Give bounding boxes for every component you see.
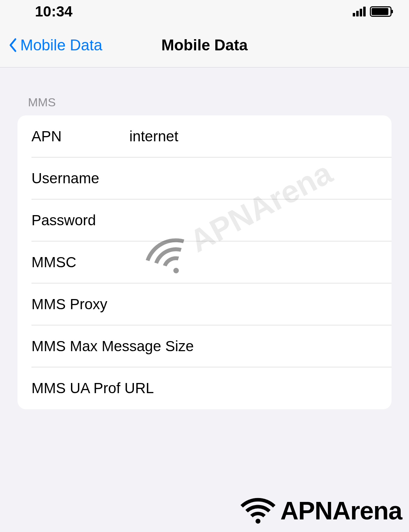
navigation-bar: Mobile Data Mobile Data [0, 23, 409, 68]
label-password: Password [31, 212, 129, 229]
settings-group-mms: APN internet Username Password MMSC MMS … [17, 115, 392, 409]
footer-brand-text: APNArena [280, 496, 402, 525]
row-apn[interactable]: APN internet [17, 115, 392, 157]
content-area: MMS APN internet Username Password MMSC … [0, 68, 409, 409]
row-password[interactable]: Password [17, 199, 392, 241]
section-header-mms: MMS [17, 95, 392, 109]
footer-brand: APNArena [241, 496, 402, 525]
battery-icon [370, 6, 392, 17]
chevron-left-icon [8, 38, 17, 52]
row-username[interactable]: Username [17, 157, 392, 199]
status-time: 10:34 [35, 3, 72, 20]
back-button[interactable]: Mobile Data [8, 36, 102, 54]
back-label: Mobile Data [20, 36, 102, 54]
row-mmsc[interactable]: MMSC [17, 241, 392, 283]
row-mms-max-message-size[interactable]: MMS Max Message Size [17, 325, 392, 367]
status-icons [353, 6, 392, 17]
label-mms-ua-prof-url: MMS UA Prof URL [31, 380, 154, 397]
label-username: Username [31, 170, 129, 187]
value-apn[interactable]: internet [129, 128, 378, 145]
label-mmsc: MMSC [31, 254, 129, 271]
label-mms-max-message-size: MMS Max Message Size [31, 338, 194, 355]
row-mms-ua-prof-url[interactable]: MMS UA Prof URL [17, 367, 392, 409]
label-mms-proxy: MMS Proxy [31, 296, 107, 313]
wifi-icon [241, 497, 275, 525]
label-apn: APN [31, 128, 129, 145]
status-bar: 10:34 [0, 0, 409, 23]
cellular-signal-icon [353, 7, 366, 16]
row-mms-proxy[interactable]: MMS Proxy [17, 283, 392, 325]
svg-point-0 [256, 519, 260, 524]
page-title: Mobile Data [162, 36, 248, 54]
